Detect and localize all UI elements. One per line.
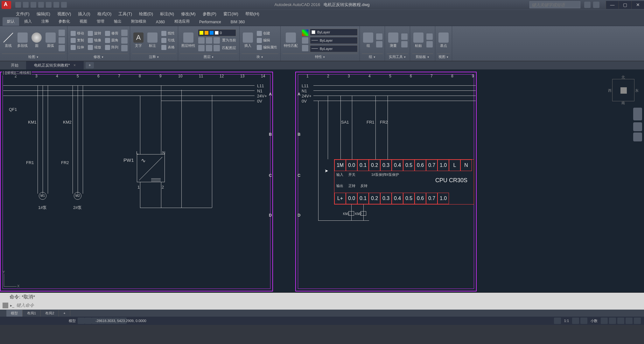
rtab-output[interactable]: 输出 — [109, 17, 126, 26]
layerthaw-icon[interactable] — [206, 45, 212, 51]
scale-button[interactable]: 缩放 — [87, 44, 102, 51]
panel-block-title[interactable]: 块 — [242, 54, 278, 60]
signin-icon[interactable] — [584, 2, 591, 8]
color-dropdown[interactable]: ByLayer — [310, 29, 358, 36]
panel-modify-title[interactable]: 修改 — [69, 54, 128, 60]
modelspace-toggle[interactable]: 模型 — [67, 319, 78, 323]
menu-tools[interactable]: 工具(T) — [115, 10, 135, 18]
menu-window[interactable]: 窗口(W) — [220, 10, 242, 18]
snap-toggle-icon[interactable] — [85, 318, 92, 324]
menu-format[interactable]: 格式(O) — [94, 10, 115, 18]
polyline-button[interactable]: 多段线 — [16, 32, 29, 49]
exchange-icon[interactable] — [593, 2, 599, 8]
rtab-manage[interactable]: 管理 — [92, 17, 109, 26]
tab-layout1[interactable]: 布局1 — [23, 310, 41, 317]
rtab-a360[interactable]: A360 — [151, 18, 169, 26]
menu-parametric[interactable]: 参数(P) — [200, 10, 220, 18]
editattr-button[interactable]: 编辑属性 — [256, 44, 278, 51]
viewscale-button[interactable]: 1:1 — [562, 319, 571, 323]
copy-icon[interactable] — [426, 41, 433, 47]
rtab-insert[interactable]: 插入 — [20, 17, 36, 26]
close-button[interactable]: ✕ — [631, 1, 644, 9]
tab-drawing[interactable]: 电机正反转实例教程* × — [26, 61, 84, 70]
layer-dropdown[interactable]: 0 — [198, 29, 236, 36]
menu-file[interactable]: 文件(F) — [13, 10, 33, 18]
help-search-input[interactable] — [529, 1, 580, 8]
tab-add-button[interactable]: + — [86, 62, 94, 68]
explode-icon[interactable] — [121, 37, 128, 44]
panel-view-title[interactable]: 视图 — [437, 54, 450, 60]
panel-clipboard-title[interactable]: 剪贴板 — [412, 54, 433, 60]
rtab-addins[interactable]: 附加模块 — [127, 17, 151, 26]
setcurrent-button[interactable]: 置为当前 — [221, 37, 237, 44]
rtab-parametric[interactable]: 参数化 — [54, 17, 74, 26]
ungroup-icon[interactable] — [376, 33, 382, 40]
text-button[interactable]: A文字 — [132, 32, 145, 49]
cut-icon[interactable] — [426, 33, 433, 40]
redo-icon[interactable] — [61, 2, 67, 8]
groupedit-icon[interactable] — [376, 41, 382, 47]
tab-layout-add[interactable]: + — [59, 310, 70, 316]
edit-button[interactable]: 编辑 — [256, 37, 278, 44]
linetype-icon[interactable] — [302, 45, 308, 51]
menu-dimension[interactable]: 标注(N) — [157, 10, 177, 18]
viewcube[interactable]: 北 南 东 西 — [612, 79, 634, 101]
group-button[interactable]: 组 — [362, 32, 374, 49]
menu-edit[interactable]: 编辑(E) — [33, 10, 53, 18]
mirror-button[interactable]: 镜像 — [87, 37, 102, 44]
color-icon[interactable] — [302, 30, 308, 36]
undo-icon[interactable] — [53, 2, 59, 8]
menu-modify[interactable]: 修改(M) — [178, 10, 199, 18]
linetype-dropdown[interactable]: ByLayer — [310, 45, 358, 52]
hatch-icon[interactable] — [59, 37, 65, 44]
app-menu-button[interactable] — [2, 1, 11, 9]
panel-annotation-title[interactable]: 注释 — [132, 54, 176, 60]
rtab-featured[interactable]: 精选应用 — [170, 17, 194, 26]
zoom-icon[interactable] — [633, 133, 642, 141]
leader-button[interactable]: 引线 — [160, 37, 176, 44]
panel-draw-title[interactable]: 绘图 — [2, 54, 65, 60]
rtab-performance[interactable]: Performance — [195, 18, 226, 26]
open-icon[interactable] — [23, 2, 29, 8]
annomonitor-icon[interactable] — [580, 318, 587, 324]
layeron-icon[interactable] — [198, 45, 205, 51]
tab-layout2[interactable]: 布局2 — [41, 310, 59, 317]
save-icon[interactable] — [31, 2, 36, 8]
linear-button[interactable]: 线性 — [160, 30, 176, 37]
circle-button[interactable]: 圆 — [30, 32, 43, 49]
base-button[interactable]: 基点 — [437, 32, 450, 49]
command-input[interactable]: 键入命令 — [16, 302, 641, 309]
array-button[interactable]: 阵列 — [104, 44, 120, 51]
grid-toggle-icon[interactable] — [78, 318, 85, 324]
panel-group-title[interactable]: 组 — [362, 54, 383, 60]
customize-icon[interactable] — [634, 318, 641, 324]
panel-properties-title[interactable]: 特性 — [283, 54, 358, 60]
erase-icon[interactable] — [121, 30, 128, 36]
ellipse-icon[interactable] — [59, 45, 65, 51]
drawing-area[interactable]: [-][俯视][二维线框] 2 3 4 5 6 7 8 9 10 11 12 1… — [0, 69, 644, 292]
fillet-button[interactable]: 圆角 — [104, 37, 120, 44]
stretch-button[interactable]: 拉伸 — [69, 44, 85, 51]
panel-layer-title[interactable]: 图层 — [180, 54, 237, 60]
saveas-icon[interactable] — [38, 2, 44, 8]
rectangle-icon[interactable] — [59, 30, 65, 36]
panel-utilities-title[interactable]: 实用工具 — [387, 54, 408, 60]
offset-icon[interactable] — [121, 45, 128, 51]
rtab-default[interactable]: 默认 — [3, 17, 19, 26]
layeroff-icon[interactable] — [198, 37, 205, 44]
copy-button[interactable]: 复制 — [69, 37, 85, 44]
steering-wheel-icon[interactable] — [633, 108, 642, 120]
layerfreeze-icon[interactable] — [206, 37, 212, 44]
matchprops-button[interactable]: 特性匹配 — [283, 32, 299, 49]
layerlock-icon[interactable] — [214, 37, 220, 44]
quickprops-icon[interactable] — [601, 318, 608, 324]
lineweight-icon[interactable] — [302, 37, 308, 44]
isolate-icon[interactable] — [609, 318, 616, 324]
rtab-annotate[interactable]: 注释 — [37, 17, 53, 26]
menu-help[interactable]: 帮助(H) — [242, 10, 262, 18]
table-button[interactable]: 表格 — [160, 44, 176, 51]
tab-close-icon[interactable]: × — [74, 63, 76, 68]
lineweight-dropdown[interactable]: ByLayer — [310, 37, 358, 44]
cleanscreen-icon[interactable] — [626, 318, 633, 324]
maximize-button[interactable]: ▢ — [619, 1, 631, 9]
